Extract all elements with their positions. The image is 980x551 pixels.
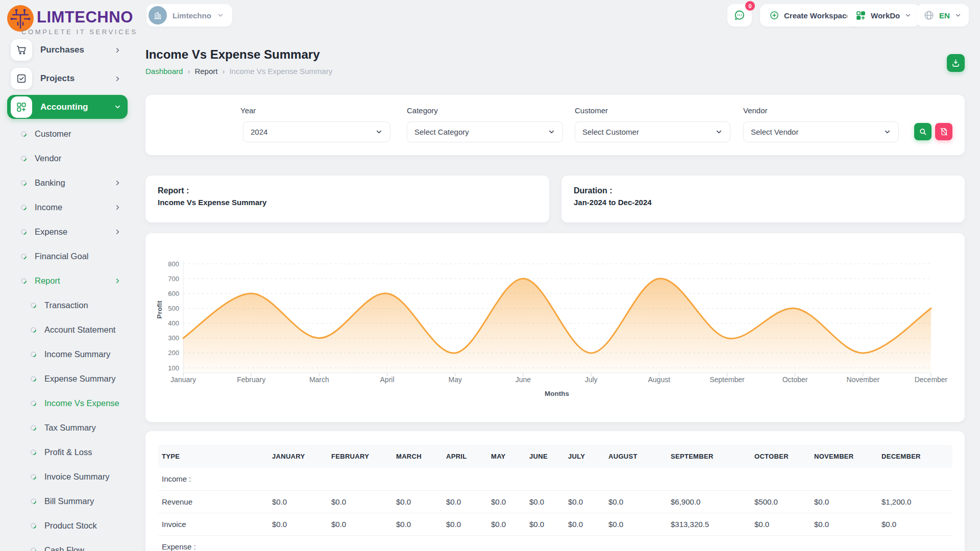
apply-filter-button[interactable]	[914, 123, 932, 140]
bullet-icon	[30, 521, 38, 530]
x-tick-label: May	[449, 375, 462, 384]
sidebar-item-label: Vendor	[35, 154, 128, 163]
bullet-icon	[20, 252, 28, 260]
table-cell-value: $0.0	[605, 490, 667, 513]
table-header-july: JULY	[565, 445, 605, 468]
sidebar-item-vendor[interactable]: Vendor	[7, 147, 128, 169]
bullet-icon	[30, 374, 38, 383]
x-tick-label: February	[237, 375, 265, 384]
table-cell-value: $0.0	[565, 513, 605, 535]
table-cell-value: $0.0	[811, 490, 878, 513]
sidebar-item-income-summary[interactable]: Income Summary	[7, 343, 128, 365]
breadcrumb-current: Income Vs Expense Summary	[229, 67, 332, 76]
sidebar-item-banking[interactable]: Banking	[7, 171, 128, 194]
year-label: Year	[240, 106, 256, 115]
sidebar-item-expense-summary[interactable]: Expense Summary	[7, 367, 128, 390]
chevron-down-icon	[884, 128, 891, 136]
bullet-icon	[30, 350, 38, 358]
breadcrumb-report[interactable]: Report	[194, 67, 217, 76]
table-cell-value: $6,900.0	[667, 490, 751, 513]
sidebar-item-label: Report	[35, 276, 114, 286]
sidebar-item-financial-goal[interactable]: Financial Goal	[7, 245, 128, 267]
y-tick-label: 800	[168, 260, 179, 268]
sidebar-item-label: Income Vs Expense	[44, 398, 128, 408]
page-title: Income Vs Expense Summary	[145, 47, 320, 62]
globe-icon	[923, 10, 935, 21]
messages-button[interactable]: 0	[727, 4, 752, 27]
category-select[interactable]: Select Category	[407, 121, 563, 142]
chevron-down-icon	[217, 12, 224, 19]
sidebar-item-expense[interactable]: Expense	[7, 220, 128, 243]
sidebar-item-label: Profit & Loss	[44, 447, 128, 457]
chevron-down-icon	[375, 128, 383, 136]
breadcrumb-separator: ›	[187, 67, 190, 76]
sidebar-item-label: Transaction	[44, 300, 128, 310]
x-tick-label: April	[380, 375, 395, 384]
sidebar-item-projects[interactable]: Projects	[7, 67, 128, 90]
sidebar-item-income-vs-expense[interactable]: Income Vs Expense	[7, 392, 128, 414]
sidebar-item-accounting[interactable]: Accounting	[7, 95, 128, 119]
sidebar-item-purchases[interactable]: Purchases	[7, 39, 128, 61]
sidebar-item-label: Cash Flow	[44, 545, 128, 551]
sidebar-item-label: Account Statement	[44, 325, 128, 335]
customer-select[interactable]: Select Customer	[575, 121, 730, 142]
sidebar-item-bill-summary[interactable]: Bill Summary	[7, 490, 128, 512]
table-cell-value: $1,200.0	[878, 490, 952, 513]
sidebar-item-product-stock[interactable]: Product Stock	[7, 514, 128, 537]
vendor-select[interactable]: Select Vendor	[743, 121, 899, 142]
sidebar-item-label: Financial Goal	[35, 252, 128, 261]
brand-logo: LIMTECHNO COMPLETE IT SERVICES	[7, 4, 130, 40]
table-row-revenue: Revenue$0.0$0.0$0.0$0.0$0.0$0.0$0.0$0.0$…	[158, 490, 952, 513]
chevron-right-icon	[114, 46, 121, 54]
table-cell-value: $313,320.5	[667, 513, 751, 535]
breadcrumb-dashboard[interactable]: Dashboard	[145, 67, 183, 76]
x-tick-label: March	[309, 375, 329, 384]
table-header-september: SEPTEMBER	[667, 445, 751, 468]
language-selector[interactable]: EN	[916, 4, 969, 27]
customer-label: Customer	[575, 106, 608, 115]
table-cell-value: $0.0	[878, 513, 952, 535]
chevron-down-icon	[904, 12, 912, 19]
table-section-label: Expense :	[158, 535, 952, 551]
sidebar-item-income[interactable]: Income	[7, 196, 128, 218]
chevron-down-icon	[114, 103, 121, 111]
sidebar-item-invoice-summary[interactable]: Invoice Summary	[7, 465, 128, 488]
sidebar-item-profit-loss[interactable]: Profit & Loss	[7, 441, 128, 463]
income-expense-table-card: TYPEJANUARYFEBRUARYMARCHAPRILMAYJUNEJULY…	[145, 431, 965, 551]
table-header-april: APRIL	[443, 445, 487, 468]
year-select[interactable]: 2024	[243, 121, 390, 142]
chevron-right-icon	[114, 204, 121, 211]
sidebar-item-label: Customer	[35, 129, 128, 139]
chevron-down-icon	[715, 128, 723, 136]
download-button[interactable]	[947, 54, 965, 72]
y-axis-title: Profit	[156, 300, 163, 319]
profit-area-chart: 100200300400500600700800JanuaryFebruaryM…	[145, 233, 965, 422]
table-cell-value: $0.0	[526, 513, 565, 535]
workspace-selector[interactable]: Limtechno	[146, 4, 232, 27]
sidebar-item-transaction[interactable]: Transaction	[7, 294, 128, 316]
workdo-menu[interactable]: WorkDo	[847, 4, 920, 27]
breadcrumb: Dashboard › Report › Income Vs Expense S…	[145, 67, 332, 76]
table-row-invoice: Invoice$0.0$0.0$0.0$0.0$0.0$0.0$0.0$0.0$…	[158, 513, 952, 535]
reset-filter-button[interactable]	[935, 123, 952, 140]
sidebar-item-customer[interactable]: Customer	[7, 122, 128, 145]
bullet-icon	[20, 203, 28, 211]
y-tick-label: 600	[168, 290, 179, 297]
sidebar-item-tax-summary[interactable]: Tax Summary	[7, 416, 128, 439]
sidebar-item-report[interactable]: Report	[7, 269, 128, 292]
download-icon	[951, 58, 961, 68]
create-workspace-button[interactable]: Create Workspace	[760, 4, 860, 27]
sidebar-item-label: Expense Summary	[44, 374, 128, 384]
report-card-value: Income Vs Expense Summary	[158, 198, 537, 207]
x-axis-title: Months	[545, 390, 569, 397]
table-cell-value: $0.0	[443, 490, 487, 513]
sidebar-item-label: Tax Summary	[44, 423, 128, 433]
table-cell-value: $0.0	[393, 513, 443, 535]
brand-tagline: COMPLETE IT SERVICES	[21, 28, 138, 36]
sidebar-item-account-statement[interactable]: Account Statement	[7, 318, 128, 341]
table-cell-value: $0.0	[268, 513, 328, 535]
search-icon	[918, 127, 927, 136]
sidebar-item-cash-flow[interactable]: Cash Flow	[7, 539, 128, 551]
table-cell-value: $0.0	[487, 513, 526, 535]
table-header-december: DECEMBER	[878, 445, 952, 468]
